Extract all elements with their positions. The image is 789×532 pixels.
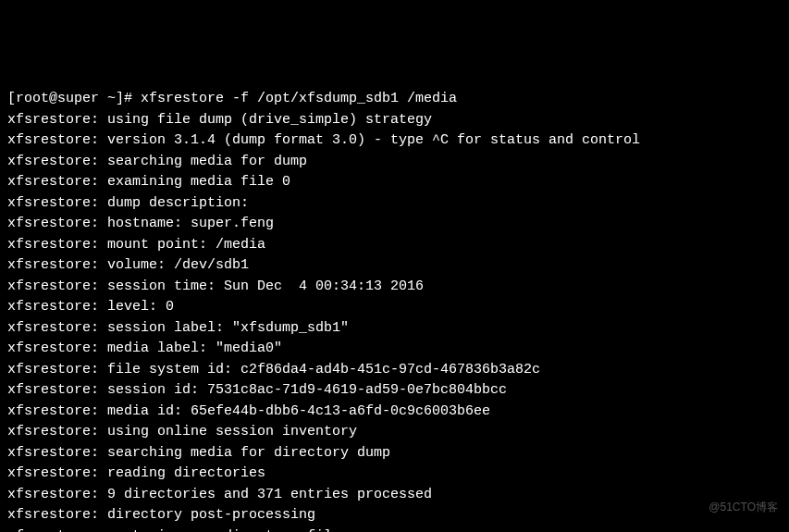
output-line: xfsrestore: level: 0 <box>7 297 782 318</box>
output-line: xfsrestore: session label: "xfsdump_sdb1… <box>7 318 782 340</box>
output-line: xfsrestore: session time: Sun Dec 4 00:3… <box>7 277 782 298</box>
shell-prompt: [root@super ~]# <box>7 91 141 106</box>
output-line: xfsrestore: version 3.1.4 (dump format 3… <box>7 130 782 152</box>
output-line: xfsrestore: 9 directories and 371 entrie… <box>7 485 782 506</box>
output-line: xfsrestore: media label: "media0" <box>7 339 782 360</box>
output-line: xfsrestore: using online session invento… <box>7 422 782 443</box>
output-line: xfsrestore: dump description: <box>7 193 782 215</box>
output-line: xfsrestore: directory post-processing <box>7 505 782 526</box>
output-line: xfsrestore: media id: 65efe44b-dbb6-4c13… <box>7 402 782 423</box>
output-line: xfsrestore: hostname: super.feng <box>7 214 782 235</box>
output-line: xfsrestore: mount point: /media <box>7 235 782 256</box>
watermark-text: @51CTO博客 <box>709 499 778 515</box>
output-line: xfsrestore: examining media file 0 <box>7 172 782 193</box>
output-line: xfsrestore: volume: /dev/sdb1 <box>7 255 782 277</box>
output-line: xfsrestore: reading directories <box>7 464 782 485</box>
command-line[interactable]: [root@super ~]# xfsrestore -f /opt/xfsdu… <box>7 89 782 110</box>
output-line: xfsrestore: restoring non-directory file… <box>7 526 782 533</box>
output-line: xfsrestore: session id: 7531c8ac-71d9-46… <box>7 380 782 402</box>
output-line: xfsrestore: file system id: c2f86da4-ad4… <box>7 360 782 381</box>
output-line: xfsrestore: using file dump (drive_simpl… <box>7 110 782 131</box>
output-line: xfsrestore: searching media for dump <box>7 152 782 173</box>
output-line: xfsrestore: searching media for director… <box>7 443 782 464</box>
terminal-output: [root@super ~]# xfsrestore -f /opt/xfsdu… <box>7 89 782 532</box>
command-text: xfsrestore -f /opt/xfsdump_sdb1 /media <box>141 91 457 106</box>
